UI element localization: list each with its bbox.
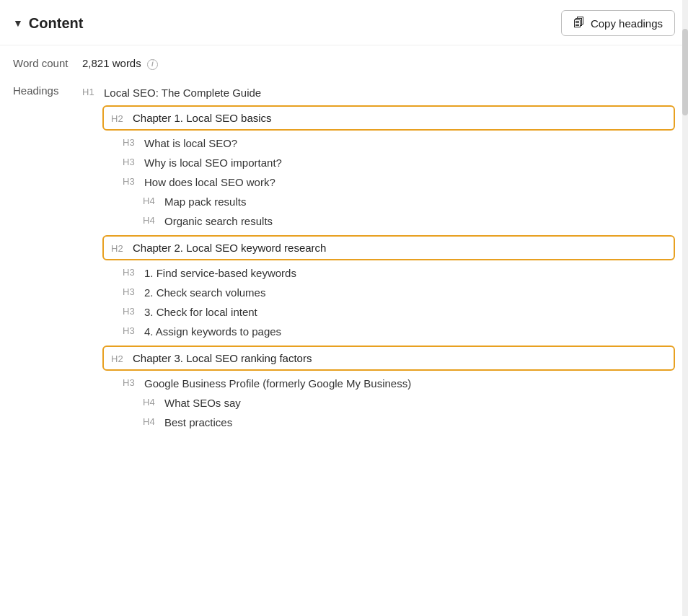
- heading-level: H4: [143, 415, 160, 427]
- word-count-value: 2,821 words i: [82, 57, 158, 70]
- heading-level: H4: [143, 395, 160, 408]
- copy-headings-button[interactable]: 🗐 Copy headings: [561, 10, 675, 36]
- heading-level: H3: [123, 155, 140, 167]
- list-item: H3 How does local SEO work?: [123, 172, 675, 192]
- heading-text: Chapter 3. Local SEO ranking factors: [133, 351, 312, 366]
- heading-text: 4. Assign keywords to pages: [144, 324, 281, 339]
- list-item: H3 1. Find service-based keywords: [123, 263, 675, 283]
- heading-text: Best practices: [164, 415, 232, 430]
- list-item: H3 2. Check search volumes: [123, 283, 675, 302]
- heading-level: H3: [123, 304, 140, 317]
- heading-text: 2. Check search volumes: [144, 285, 265, 300]
- heading-level: H3: [123, 285, 140, 297]
- list-item: H2 Chapter 1. Local SEO basics: [102, 105, 675, 131]
- h2-highlighted-box: H2 Chapter 2. Local SEO keyword research: [102, 235, 675, 260]
- headings-tree: H1 Local SEO: The Complete Guide H2 Chap…: [82, 83, 675, 432]
- list-item: H3 4. Assign keywords to pages: [123, 322, 675, 341]
- heading-level: H3: [123, 136, 140, 148]
- list-item: H3 Why is local SEO important?: [123, 153, 675, 172]
- h2-highlighted-box: H2 Chapter 3. Local SEO ranking factors: [102, 346, 675, 371]
- scrollbar-thumb[interactable]: [682, 29, 688, 115]
- heading-text: Chapter 1. Local SEO basics: [133, 110, 272, 126]
- list-item: H4 Map pack results: [143, 192, 675, 211]
- list-item: H1 Local SEO: The Complete Guide: [82, 83, 675, 102]
- list-item: H2 Chapter 3. Local SEO ranking factors: [102, 346, 675, 371]
- heading-text: What is local SEO?: [144, 136, 237, 151]
- copy-icon: 🗐: [573, 17, 585, 30]
- heading-level: H3: [123, 265, 140, 278]
- heading-text: Local SEO: The Complete Guide: [104, 85, 261, 100]
- list-item: H3 Google Business Profile (formerly Goo…: [123, 374, 675, 393]
- heading-level: H3: [123, 324, 140, 336]
- list-item: H4 Best practices: [143, 413, 675, 432]
- heading-text: Organic search results: [164, 214, 273, 229]
- panel-title: ▼ Content: [13, 15, 83, 32]
- heading-level: H3: [123, 376, 140, 388]
- chevron-down-icon: ▼: [13, 17, 23, 29]
- headings-label: Headings: [13, 83, 71, 97]
- heading-level: H4: [143, 194, 160, 206]
- list-item: H3 3. Check for local intent: [123, 302, 675, 322]
- heading-text: Chapter 2. Local SEO keyword research: [133, 240, 326, 255]
- heading-text: 1. Find service-based keywords: [144, 265, 296, 281]
- heading-level: H4: [143, 214, 160, 226]
- heading-text: What SEOs say: [164, 395, 241, 410]
- heading-level: H3: [123, 175, 140, 187]
- list-item: H3 What is local SEO?: [123, 133, 675, 153]
- info-icon[interactable]: i: [147, 59, 158, 70]
- h2-highlighted-box: H2 Chapter 1. Local SEO basics: [102, 105, 675, 131]
- heading-text: 3. Check for local intent: [144, 304, 257, 320]
- heading-level: H2: [111, 242, 128, 254]
- heading-text: Why is local SEO important?: [144, 155, 282, 170]
- heading-level: H2: [111, 352, 128, 364]
- heading-level: H2: [111, 112, 128, 124]
- heading-text: Map pack results: [164, 194, 246, 209]
- scrollbar-track[interactable]: [682, 0, 688, 616]
- heading-level: H1: [82, 85, 100, 97]
- list-item: H2 Chapter 2. Local SEO keyword research: [102, 235, 675, 260]
- heading-text: How does local SEO work?: [144, 175, 275, 190]
- heading-text: Google Business Profile (formerly Google…: [144, 376, 411, 391]
- list-item: H4 What SEOs say: [143, 393, 675, 413]
- word-count-label: Word count: [13, 57, 71, 69]
- list-item: H4 Organic search results: [143, 211, 675, 231]
